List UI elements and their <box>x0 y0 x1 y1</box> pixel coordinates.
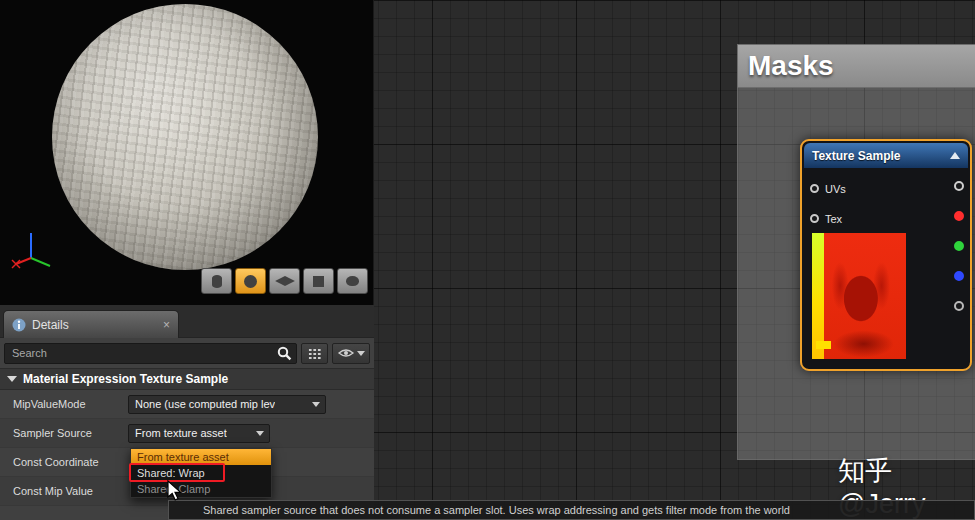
texture-sample-node[interactable]: Texture Sample UVs Tex <box>800 139 972 371</box>
preview-shape-cylinder-button[interactable] <box>201 268 232 294</box>
search-magnifier-icon <box>277 346 292 361</box>
unreal-material-editor: Masks Texture Sample UVs Tex 知乎 @Jerry <box>0 0 975 520</box>
axis-gizmo-icon <box>4 222 56 274</box>
output-pin-b[interactable] <box>954 271 964 281</box>
property-row-mipvaluemode: MipValueMode None (use computed mip lev <box>0 390 374 419</box>
node-collapse-icon[interactable] <box>950 152 960 159</box>
cube-icon <box>313 276 324 287</box>
preview-shape-teapot-button[interactable] <box>337 268 368 294</box>
tab-details[interactable]: Details × <box>3 310 179 338</box>
grid-view-button[interactable] <box>301 343 329 364</box>
output-pin-g[interactable] <box>954 241 964 251</box>
dropdown-option-shared-wrap[interactable]: Shared: Wrap <box>131 465 271 481</box>
dropdown-option-label: Shared: Wrap <box>137 467 205 479</box>
plane-icon <box>275 276 295 286</box>
visibility-eye-icon <box>338 348 354 358</box>
section-title: Material Expression Texture Sample <box>23 372 228 386</box>
tooltip-text: Shared sampler source that does not cons… <box>203 504 790 516</box>
input-pin-label: Tex <box>825 213 842 225</box>
tab-label: Details <box>32 318 157 332</box>
texture-yellow-square <box>816 341 831 349</box>
preview-shape-plane-button[interactable] <box>269 268 300 294</box>
input-pin-row-uvs: UVs <box>810 181 846 196</box>
output-pin-a[interactable] <box>954 301 964 311</box>
tooltip-bar: Shared sampler source that does not cons… <box>168 500 975 520</box>
dropdown-value: From texture asset <box>135 427 227 439</box>
output-pin-rgb[interactable] <box>954 181 964 191</box>
sphere-icon <box>244 275 257 288</box>
comment-title: Masks <box>748 50 834 82</box>
tab-close-icon[interactable]: × <box>163 318 170 332</box>
mipvaluemode-dropdown[interactable]: None (use computed mip lev <box>128 395 326 414</box>
preview-sphere <box>52 4 318 270</box>
dropdown-option-from-texture-asset[interactable]: From texture asset <box>131 449 271 465</box>
expander-triangle-icon <box>7 376 17 382</box>
input-pin-tex[interactable] <box>810 214 819 223</box>
property-label: Const Mip Value <box>0 485 128 497</box>
chevron-down-icon <box>256 431 264 436</box>
input-pin-row-tex: Tex <box>810 211 842 226</box>
search-input[interactable] <box>4 343 297 364</box>
search-field-wrapper <box>4 343 297 364</box>
chevron-down-icon <box>312 402 320 407</box>
visibility-filter-button[interactable] <box>332 343 370 364</box>
dropdown-value: None (use computed mip lev <box>135 398 275 410</box>
details-search-row <box>0 338 374 368</box>
section-header-material-expression[interactable]: Material Expression Texture Sample <box>0 368 374 390</box>
cylinder-icon <box>212 275 222 288</box>
input-pin-label: UVs <box>825 183 846 195</box>
chevron-down-icon <box>357 351 365 356</box>
input-pin-uvs[interactable] <box>810 184 819 193</box>
sampler-source-dropdown-list: From texture asset Shared: Wrap Shared: … <box>130 448 272 498</box>
grid-view-icon <box>308 348 321 359</box>
teapot-icon <box>346 276 359 286</box>
preview-shape-toolbar <box>201 268 368 294</box>
material-preview-viewport[interactable] <box>0 0 374 305</box>
property-label: Const Coordinate <box>0 456 128 468</box>
property-label: MipValueMode <box>0 398 128 410</box>
details-info-icon <box>12 318 26 332</box>
texture-preview-thumbnail <box>812 233 906 359</box>
dropdown-option-shared-clamp[interactable]: Shared: Clamp <box>131 481 271 497</box>
output-pin-r[interactable] <box>954 211 964 221</box>
property-label: Sampler Source <box>0 427 128 439</box>
cursor-icon <box>167 480 183 502</box>
property-row-sampler-source: Sampler Source From texture asset <box>0 419 374 448</box>
node-title: Texture Sample <box>812 149 950 163</box>
comment-header[interactable]: Masks <box>737 44 975 88</box>
preview-shape-sphere-button[interactable] <box>235 268 266 294</box>
preview-shape-cube-button[interactable] <box>303 268 334 294</box>
node-header[interactable]: Texture Sample <box>804 143 968 168</box>
sampler-source-dropdown[interactable]: From texture asset <box>128 424 270 443</box>
sphere-fabric-texture <box>52 4 318 270</box>
